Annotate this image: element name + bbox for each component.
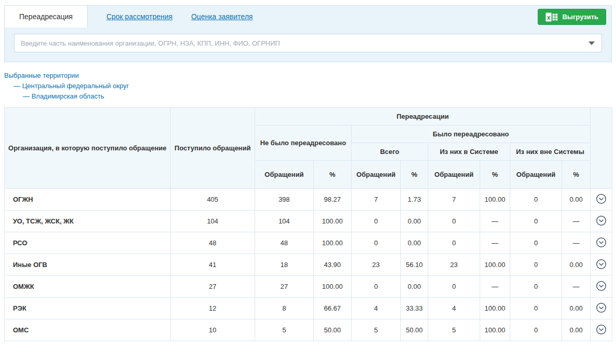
in-system-count-cell: 7 [428, 189, 480, 211]
redirected-total-count-cell: 0 [352, 211, 401, 232]
table-row: РЭК 12 8 66.67 4 33.33 4 100.00 0 0.00 [5, 298, 612, 319]
expand-cell [591, 211, 612, 232]
org-name-cell: ОМС [5, 319, 171, 341]
received-count-cell: 12 [171, 298, 255, 319]
territory-link-federal-district[interactable]: — Центральный федеральный округ [13, 82, 612, 90]
out-system-percent-cell: 0.00 [562, 319, 591, 341]
redirected-total-count-cell: 23 [352, 254, 401, 276]
redirected-total-percent-cell: 0.00 [401, 232, 428, 254]
table-row: ОМС 10 5 50.00 5 50.00 5 100.00 0 0.00 [5, 319, 612, 341]
tab-pereadresaciya[interactable]: Переадресация [5, 6, 88, 27]
in-system-percent-cell: 100.00 [480, 189, 510, 211]
header-percent: % [401, 161, 428, 189]
header-percent: % [562, 161, 591, 189]
in-system-count-cell: 0 [428, 232, 480, 254]
territory-link-region[interactable]: — Владимирская область [23, 92, 612, 100]
header-redirected: Было переадресовано [352, 125, 591, 143]
table-row: ОГЖН 405 398 98.27 7 1.73 7 100.00 0 0.0… [5, 189, 612, 211]
in-system-percent-cell: 100.00 [480, 319, 510, 341]
not-redirected-count-cell: 398 [255, 189, 314, 211]
out-system-count-cell: 0 [510, 211, 562, 232]
header-redirections: Переадресации [255, 108, 591, 125]
out-system-count-cell: 0 [510, 298, 562, 319]
in-system-count-cell: 0 [428, 276, 480, 298]
in-system-count-cell: 5 [428, 319, 480, 341]
expand-row-icon[interactable] [596, 281, 607, 291]
not-redirected-count-cell: 48 [255, 232, 314, 254]
received-count-cell: 405 [171, 189, 255, 211]
out-system-percent-cell: — [562, 276, 591, 298]
tab-srok-rassmotreniya[interactable]: Срок рассмотрения [106, 6, 173, 27]
expand-cell [591, 189, 612, 211]
dash-prefix: — [23, 92, 30, 100]
header-received: Поступило обращений [171, 108, 255, 189]
expand-row-icon[interactable] [596, 259, 607, 270]
tab-ocenka-zayavitelya[interactable]: Оценка заявителя [191, 6, 253, 27]
out-system-percent-cell: — [562, 211, 591, 232]
org-name-cell: ОМЖК [5, 276, 171, 298]
not-redirected-count-cell: 27 [255, 276, 314, 298]
expand-cell [591, 298, 612, 319]
selected-territories-link[interactable]: Выбранные территории [4, 72, 612, 79]
table-row: УО, ТСЖ, ЖСК, ЖК 104 104 100.00 0 0.00 0… [5, 211, 612, 232]
out-system-percent-cell: 0.00 [562, 298, 591, 319]
received-count-cell: 10 [171, 319, 255, 341]
redirected-total-percent-cell: 33.33 [401, 298, 428, 319]
in-system-percent-cell: 100.00 [480, 298, 510, 319]
territory-label: Центральный федеральный округ [22, 82, 129, 90]
out-system-percent-cell: — [562, 232, 591, 254]
not-redirected-count-cell: 8 [255, 298, 314, 319]
redirected-total-count-cell: 5 [352, 319, 401, 341]
export-button[interactable]: x Выгрузить [538, 9, 606, 25]
redirected-total-count-cell: 0 [352, 276, 401, 298]
header-appeals: Обращений [428, 161, 480, 189]
territory-label: Владимирская область [32, 92, 104, 100]
search-row [5, 27, 611, 62]
filter-panel: Переадресация Срок рассмотрения Оценка з… [4, 5, 612, 62]
org-name-cell: УО, ТСЖ, ЖСК, ЖК [5, 211, 171, 232]
header-not-redirected: Не было переадресовано [255, 125, 352, 161]
table-body: ОГЖН 405 398 98.27 7 1.73 7 100.00 0 0.0… [5, 189, 612, 341]
table-row: Иные ОГВ 41 18 43.90 23 56.10 23 100.00 … [5, 254, 612, 276]
expand-row-icon[interactable] [596, 193, 607, 204]
dropdown-arrow-icon[interactable] [589, 41, 595, 45]
redirections-table: Организация, в которую поступило обращен… [4, 107, 612, 341]
redirected-total-percent-cell: 0.00 [401, 276, 428, 298]
expand-row-icon[interactable] [596, 215, 607, 226]
org-name-cell: ОГЖН [5, 189, 171, 211]
not-redirected-count-cell: 5 [255, 319, 314, 341]
expand-row-icon[interactable] [596, 302, 607, 313]
dash-prefix: — [13, 82, 20, 90]
org-name-cell: РСО [5, 232, 171, 254]
received-count-cell: 41 [171, 254, 255, 276]
received-count-cell: 27 [171, 276, 255, 298]
expand-row-icon[interactable] [596, 324, 607, 335]
redirected-total-count-cell: 7 [352, 189, 401, 211]
in-system-count-cell: 23 [428, 254, 480, 276]
header-percent: % [480, 161, 510, 189]
svg-text:x: x [547, 13, 551, 21]
received-count-cell: 48 [171, 232, 255, 254]
organization-search-input[interactable] [14, 34, 602, 52]
header-in-system: Из них в Системе [428, 143, 510, 161]
header-appeals: Обращений [255, 161, 314, 189]
redirected-total-percent-cell: 56.10 [401, 254, 428, 276]
page: Переадресация Срок рассмотрения Оценка з… [0, 0, 616, 341]
out-system-percent-cell: 0.00 [562, 254, 591, 276]
expand-cell [591, 254, 612, 276]
not-redirected-percent-cell: 100.00 [314, 211, 352, 232]
header-appeals: Обращений [510, 161, 562, 189]
redirected-total-percent-cell: 1.73 [401, 189, 428, 211]
redirected-total-count-cell: 4 [352, 298, 401, 319]
not-redirected-percent-cell: 100.00 [314, 232, 352, 254]
header-actions [591, 108, 612, 189]
out-system-count-cell: 0 [510, 189, 562, 211]
not-redirected-percent-cell: 100.00 [314, 276, 352, 298]
not-redirected-count-cell: 104 [255, 211, 314, 232]
expand-cell [591, 276, 612, 298]
selected-territories: Выбранные территории — Центральный федер… [4, 72, 612, 100]
expand-row-icon[interactable] [596, 237, 607, 248]
not-redirected-percent-cell: 43.90 [314, 254, 352, 276]
table-header: Организация, в которую поступило обращен… [5, 108, 612, 189]
tab-bar: Переадресация Срок рассмотрения Оценка з… [5, 6, 611, 27]
